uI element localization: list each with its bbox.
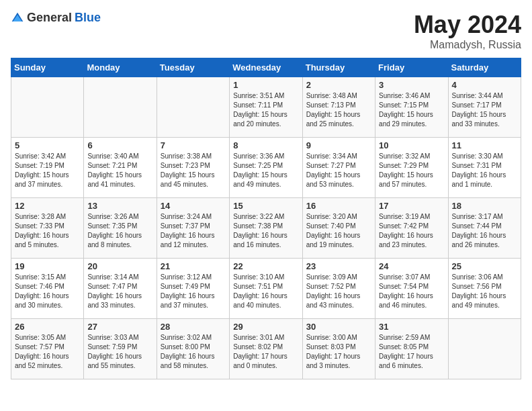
day-number: 28 (161, 322, 226, 332)
day-number: 3 (379, 80, 444, 90)
calendar-day-cell (11, 77, 84, 138)
logo: GeneralBlue (11, 11, 101, 25)
day-info: Sunrise: 3:38 AM Sunset: 7:23 PM Dayligh… (161, 152, 226, 189)
day-info: Sunrise: 3:20 AM Sunset: 7:40 PM Dayligh… (306, 212, 371, 250)
day-of-week-header: Saturday (448, 58, 521, 77)
day-info: Sunrise: 3:19 AM Sunset: 7:42 PM Dayligh… (379, 212, 444, 250)
day-info: Sunrise: 2:59 AM Sunset: 8:05 PM Dayligh… (379, 333, 444, 371)
logo-icon (11, 11, 24, 25)
day-info: Sunrise: 3:06 AM Sunset: 7:56 PM Dayligh… (452, 273, 517, 310)
day-number: 1 (233, 80, 298, 90)
day-info: Sunrise: 3:32 AM Sunset: 7:29 PM Dayligh… (379, 152, 444, 189)
calendar-day-cell: 26Sunrise: 3:05 AM Sunset: 7:57 PM Dayli… (11, 319, 84, 379)
day-number: 6 (87, 140, 152, 150)
day-info: Sunrise: 3:12 AM Sunset: 7:49 PM Dayligh… (161, 273, 226, 310)
calendar-day-cell: 16Sunrise: 3:20 AM Sunset: 7:40 PM Dayli… (302, 198, 375, 259)
day-number: 22 (233, 261, 298, 271)
calendar-day-cell: 22Sunrise: 3:10 AM Sunset: 7:51 PM Dayli… (230, 259, 302, 319)
day-number: 4 (452, 80, 517, 90)
day-info: Sunrise: 3:40 AM Sunset: 7:21 PM Dayligh… (87, 152, 152, 189)
day-number: 5 (15, 140, 80, 150)
calendar-day-cell: 9Sunrise: 3:34 AM Sunset: 7:27 PM Daylig… (302, 138, 375, 198)
day-info: Sunrise: 3:48 AM Sunset: 7:13 PM Dayligh… (306, 91, 371, 129)
title-area: May 2024 Mamadysh, Russia (414, 11, 521, 51)
calendar-day-cell: 25Sunrise: 3:06 AM Sunset: 7:56 PM Dayli… (448, 259, 521, 319)
calendar-week-row: 19Sunrise: 3:15 AM Sunset: 7:46 PM Dayli… (11, 259, 521, 319)
day-info: Sunrise: 3:02 AM Sunset: 8:00 PM Dayligh… (161, 333, 226, 371)
day-info: Sunrise: 3:42 AM Sunset: 7:19 PM Dayligh… (15, 152, 80, 189)
day-info: Sunrise: 3:28 AM Sunset: 7:33 PM Dayligh… (15, 212, 80, 250)
day-number: 30 (306, 322, 371, 332)
day-info: Sunrise: 3:17 AM Sunset: 7:44 PM Dayligh… (452, 212, 517, 250)
calendar-day-cell: 10Sunrise: 3:32 AM Sunset: 7:29 PM Dayli… (375, 138, 448, 198)
calendar-day-cell: 19Sunrise: 3:15 AM Sunset: 7:46 PM Dayli… (11, 259, 84, 319)
calendar-day-cell: 15Sunrise: 3:22 AM Sunset: 7:38 PM Dayli… (230, 198, 302, 259)
day-of-week-header: Tuesday (157, 58, 229, 77)
calendar-day-cell: 30Sunrise: 3:00 AM Sunset: 8:03 PM Dayli… (302, 319, 375, 379)
day-info: Sunrise: 3:34 AM Sunset: 7:27 PM Dayligh… (306, 152, 371, 189)
calendar-day-cell: 27Sunrise: 3:03 AM Sunset: 7:59 PM Dayli… (84, 319, 157, 379)
calendar-day-cell: 2Sunrise: 3:48 AM Sunset: 7:13 PM Daylig… (302, 77, 375, 138)
calendar-day-cell: 1Sunrise: 3:51 AM Sunset: 7:11 PM Daylig… (230, 77, 302, 138)
day-info: Sunrise: 3:07 AM Sunset: 7:54 PM Dayligh… (379, 273, 444, 310)
calendar-day-cell (157, 77, 229, 138)
calendar-day-cell: 28Sunrise: 3:02 AM Sunset: 8:00 PM Dayli… (157, 319, 229, 379)
day-info: Sunrise: 3:24 AM Sunset: 7:37 PM Dayligh… (161, 212, 226, 250)
day-number: 26 (15, 322, 80, 332)
day-of-week-header: Monday (84, 58, 157, 77)
calendar-body: 1Sunrise: 3:51 AM Sunset: 7:11 PM Daylig… (11, 77, 521, 379)
calendar-header: SundayMondayTuesdayWednesdayThursdayFrid… (11, 58, 521, 77)
calendar-day-cell: 21Sunrise: 3:12 AM Sunset: 7:49 PM Dayli… (157, 259, 229, 319)
day-number: 9 (306, 140, 371, 150)
calendar-day-cell: 3Sunrise: 3:46 AM Sunset: 7:15 PM Daylig… (375, 77, 448, 138)
calendar-day-cell: 18Sunrise: 3:17 AM Sunset: 7:44 PM Dayli… (448, 198, 521, 259)
calendar-day-cell: 14Sunrise: 3:24 AM Sunset: 7:37 PM Dayli… (157, 198, 229, 259)
day-number: 11 (452, 140, 517, 150)
calendar-day-cell: 31Sunrise: 2:59 AM Sunset: 8:05 PM Dayli… (375, 319, 448, 379)
day-number: 23 (306, 261, 371, 271)
day-info: Sunrise: 3:01 AM Sunset: 8:02 PM Dayligh… (233, 333, 298, 371)
day-number: 20 (87, 261, 152, 271)
calendar-week-row: 5Sunrise: 3:42 AM Sunset: 7:19 PM Daylig… (11, 138, 521, 198)
day-of-week-header: Thursday (302, 58, 375, 77)
day-info: Sunrise: 3:36 AM Sunset: 7:25 PM Dayligh… (233, 152, 298, 189)
calendar-day-cell: 5Sunrise: 3:42 AM Sunset: 7:19 PM Daylig… (11, 138, 84, 198)
calendar-week-row: 12Sunrise: 3:28 AM Sunset: 7:33 PM Dayli… (11, 198, 521, 259)
day-number: 29 (233, 322, 298, 332)
header: GeneralBlue May 2024 Mamadysh, Russia (11, 11, 521, 51)
calendar-title: May 2024 (414, 11, 521, 39)
day-number: 25 (452, 261, 517, 271)
calendar-day-cell: 8Sunrise: 3:36 AM Sunset: 7:25 PM Daylig… (230, 138, 302, 198)
day-info: Sunrise: 3:30 AM Sunset: 7:31 PM Dayligh… (452, 152, 517, 189)
day-of-week-header: Sunday (11, 58, 84, 77)
calendar-day-cell: 24Sunrise: 3:07 AM Sunset: 7:54 PM Dayli… (375, 259, 448, 319)
day-info: Sunrise: 3:03 AM Sunset: 7:59 PM Dayligh… (87, 333, 152, 371)
day-info: Sunrise: 3:00 AM Sunset: 8:03 PM Dayligh… (306, 333, 371, 371)
calendar-table: SundayMondayTuesdayWednesdayThursdayFrid… (11, 58, 521, 379)
calendar-day-cell: 20Sunrise: 3:14 AM Sunset: 7:47 PM Dayli… (84, 259, 157, 319)
day-info: Sunrise: 3:10 AM Sunset: 7:51 PM Dayligh… (233, 273, 298, 310)
day-number: 21 (161, 261, 226, 271)
day-number: 17 (379, 201, 444, 211)
day-number: 13 (87, 201, 152, 211)
day-number: 31 (379, 322, 444, 332)
calendar-day-cell: 12Sunrise: 3:28 AM Sunset: 7:33 PM Dayli… (11, 198, 84, 259)
day-of-week-header: Wednesday (230, 58, 302, 77)
calendar-day-cell: 11Sunrise: 3:30 AM Sunset: 7:31 PM Dayli… (448, 138, 521, 198)
calendar-day-cell: 7Sunrise: 3:38 AM Sunset: 7:23 PM Daylig… (157, 138, 229, 198)
logo-blue-text: Blue (75, 11, 101, 25)
day-info: Sunrise: 3:14 AM Sunset: 7:47 PM Dayligh… (87, 273, 152, 310)
days-of-week-row: SundayMondayTuesdayWednesdayThursdayFrid… (11, 58, 521, 77)
day-info: Sunrise: 3:44 AM Sunset: 7:17 PM Dayligh… (452, 91, 517, 129)
day-info: Sunrise: 3:09 AM Sunset: 7:52 PM Dayligh… (306, 273, 371, 310)
day-number: 24 (379, 261, 444, 271)
day-number: 19 (15, 261, 80, 271)
day-number: 2 (306, 80, 371, 90)
day-number: 27 (87, 322, 152, 332)
calendar-location: Mamadysh, Russia (414, 39, 521, 51)
day-of-week-header: Friday (375, 58, 448, 77)
day-number: 8 (233, 140, 298, 150)
calendar-day-cell (448, 319, 521, 379)
calendar-week-row: 1Sunrise: 3:51 AM Sunset: 7:11 PM Daylig… (11, 77, 521, 138)
logo-general-text: General (27, 11, 72, 25)
